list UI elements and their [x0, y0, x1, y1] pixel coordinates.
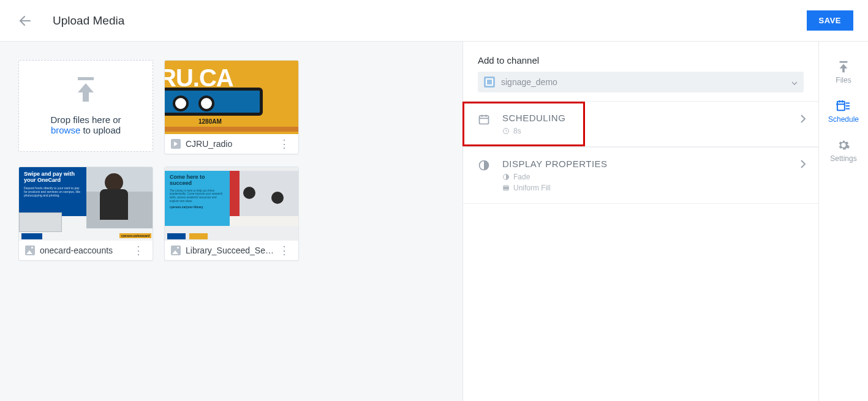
- rail-tab-files[interactable]: Files: [819, 53, 868, 92]
- browse-link[interactable]: browse: [51, 125, 80, 135]
- channel-select[interactable]: signage_demo: [478, 72, 804, 92]
- arrow-left-icon: [18, 13, 32, 28]
- rail-label: Schedule: [828, 115, 859, 124]
- upload-icon: [837, 60, 850, 73]
- section-title: SCHEDULING: [502, 113, 570, 123]
- duration-value: 8s: [513, 127, 521, 135]
- dropzone-text: Drop files here or browse to upload: [50, 114, 121, 135]
- schedule-icon: [836, 99, 851, 113]
- caret-down-icon: [791, 77, 798, 87]
- image-icon: [25, 245, 35, 255]
- topbar: Upload Media SAVE: [0, 0, 868, 42]
- media-thumbnail: Come here to succeed The Library is here…: [165, 167, 298, 241]
- rail-tab-settings[interactable]: Settings: [819, 131, 868, 170]
- display-properties-section[interactable]: DISPLAY PROPERTIES Fade Uniform Fill: [463, 147, 818, 203]
- channel-icon: [484, 77, 495, 88]
- dropzone[interactable]: Drop files here or browse to upload: [18, 60, 153, 152]
- svg-rect-10: [504, 187, 508, 189]
- svg-rect-12: [837, 102, 845, 111]
- media-card[interactable]: RU.CA 1280AM CJRU_radio ⋮: [164, 60, 299, 154]
- workspace: Drop files here or browse to upload RU.C…: [0, 42, 868, 401]
- gear-icon: [837, 138, 850, 152]
- rail-label: Settings: [830, 154, 856, 163]
- media-card[interactable]: Come here to succeed The Library is here…: [164, 167, 299, 261]
- media-name: Library_Succeed_Sep3-…: [186, 245, 276, 255]
- card-menu-button[interactable]: ⋮: [130, 247, 146, 253]
- svg-rect-2: [480, 116, 489, 124]
- video-icon: [171, 139, 181, 149]
- fill-icon: [502, 184, 510, 192]
- fill-value: Uniform Fill: [513, 184, 551, 192]
- media-grid: Drop files here or browse to upload RU.C…: [0, 42, 462, 401]
- upload-icon: [73, 77, 99, 106]
- clock-icon: [502, 127, 510, 135]
- chevron-right-icon: [800, 159, 806, 171]
- page-title: Upload Media: [53, 14, 807, 28]
- chevron-right-icon: [800, 114, 806, 126]
- side-rail: Files Schedule Settings: [819, 42, 868, 401]
- contrast-icon: [478, 159, 491, 173]
- card-menu-button[interactable]: ⋮: [276, 247, 292, 253]
- media-card[interactable]: Swipe and pay with your OneCard Deposit …: [18, 167, 153, 261]
- channel-selected: signage_demo: [501, 77, 557, 87]
- config-panel: Add to channel signage_demo SCHEDULING: [462, 42, 819, 401]
- media-name: CJRU_radio: [186, 139, 276, 149]
- svg-rect-11: [840, 61, 848, 63]
- transition-icon: [502, 173, 510, 181]
- rail-label: Files: [836, 76, 851, 84]
- card-menu-button[interactable]: ⋮: [276, 141, 292, 147]
- transition-value: Fade: [513, 173, 530, 181]
- save-button[interactable]: SAVE: [807, 10, 853, 31]
- section-title: DISPLAY PROPERTIES: [502, 159, 804, 169]
- media-thumbnail: Swipe and pay with your OneCard Deposit …: [19, 167, 153, 241]
- channel-label: Add to channel: [478, 55, 804, 66]
- back-button[interactable]: [15, 10, 36, 31]
- svg-rect-1: [78, 77, 94, 80]
- media-thumbnail: RU.CA 1280AM: [165, 61, 298, 134]
- media-name: onecard-eaccounts: [40, 245, 130, 255]
- rail-tab-schedule[interactable]: Schedule: [819, 92, 868, 131]
- scheduling-section[interactable]: SCHEDULING 8s: [462, 102, 585, 146]
- calendar-icon: [478, 113, 491, 127]
- image-icon: [171, 245, 181, 255]
